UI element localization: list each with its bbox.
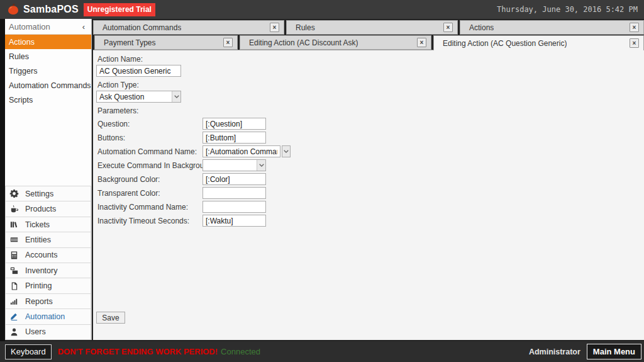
param-select[interactable] [203,159,266,171]
param-input[interactable] [203,173,266,185]
sidebar-item-actions[interactable]: Actions [5,35,91,49]
sidebar-item-scripts[interactable]: Scripts [5,93,91,107]
save-button[interactable]: Save [96,312,125,324]
user-icon [9,327,21,337]
sidebar-item-rules[interactable]: Rules [5,49,91,64]
tab-label: Editing Action (AC Discount Ask) [240,38,358,47]
sidebar-section-title: Automation [9,22,50,31]
tab-payment-types[interactable]: Payment Types× [94,35,238,50]
param-label: Automation Command Name: [97,147,197,156]
tab-label: Actions [460,23,494,32]
sidebar-item-triggers[interactable]: Triggers [5,64,91,78]
module-item-tickets[interactable]: Tickets [5,217,91,232]
tab-label: Payment Types [95,38,156,47]
work-period-warning: DON'T FORGET ENDING WORK PERIOD! [58,347,218,356]
param-row-transparent-color: Transparent Color: [93,186,408,200]
title-bar: SambaPOS Unregistered Trial Thursday, Ju… [0,0,644,19]
module-label: Printing [25,281,52,290]
sidebar-nav-list: ActionsRulesTriggersAutomation CommandsS… [5,35,91,107]
module-label: Products [25,205,56,213]
module-item-reports[interactable]: Reports [5,293,91,309]
close-icon[interactable]: × [443,23,453,32]
tab-label: Automation Commands [94,23,181,32]
tab-row-editors: Payment Types×Editing Action (AC Discoun… [94,35,644,50]
clock-text: Thursday, June 30, 2016 5:42 PM [497,5,638,14]
action-type-select[interactable]: Ask Question [96,91,181,103]
action-type-value: Ask Question [99,93,170,101]
module-label: Automation [25,312,65,321]
pencil-icon [9,312,21,321]
module-item-products[interactable]: Products [5,201,91,217]
param-label: Execute Command In Background: [97,161,214,170]
cup-icon [9,205,21,214]
chevron-down-icon[interactable] [282,145,291,157]
chevron-down-icon[interactable] [257,160,265,171]
status-bar: Keyboard DON'T FORGET ENDING WORK PERIOD… [0,341,644,362]
entities-icon [9,235,21,244]
keyboard-button[interactable]: Keyboard [5,344,52,359]
module-item-accounts[interactable]: Accounts [5,247,91,263]
tickets-icon [9,220,21,229]
param-row-inactivity-timeout-seconds: Inactivity Timeout Seconds: [93,214,408,228]
module-item-settings[interactable]: Settings [5,186,91,201]
close-icon[interactable]: × [630,23,639,32]
param-label: Background Color: [97,175,160,184]
param-input[interactable] [203,215,266,227]
parameters-label: Parameters: [97,106,138,115]
param-input[interactable] [203,118,266,130]
module-item-entities[interactable]: Entities [5,232,91,247]
sidebar-module-list: SettingsProductsTicketsEntitiesAccountsI… [5,186,91,340]
tab-label: Rules [287,23,315,32]
param-row-execute-command-in-background: Execute Command In Background: [93,159,408,173]
main-area: Automation Commands×Rules×Actions× Payme… [93,19,644,340]
param-row-question: Question: [93,117,408,131]
module-item-automation[interactable]: Automation [5,308,91,324]
tab-editing-action-ac-question-generic[interactable]: Editing Action (AC Question Generic)× [433,35,644,50]
param-label: Inactivity Command Name: [97,203,188,212]
action-type-label: Action Type: [97,81,139,89]
param-label: Inactivity Timeout Seconds: [97,217,189,225]
logged-in-user: Administrator [529,348,580,356]
main-menu-button[interactable]: Main Menu [587,344,641,359]
sidebar-section-header: Automation ‹ [5,19,91,35]
param-input[interactable] [203,201,266,213]
param-row-automation-command-name: Automation Command Name: [93,145,408,159]
tab-editing-action-ac-discount-ask[interactable]: Editing Action (AC Discount Ask)× [240,35,431,50]
param-label: Buttons: [97,133,125,142]
trial-badge: Unregistered Trial [84,3,155,16]
tab-actions[interactable]: Actions× [460,20,644,35]
module-label: Tickets [25,220,50,229]
module-item-users[interactable]: Users [5,324,91,340]
calculator-icon [9,251,21,260]
sidebar: Automation ‹ ActionsRulesTriggersAutomat… [5,19,92,340]
close-icon[interactable]: × [630,38,639,48]
module-item-inventory[interactable]: Inventory [5,263,91,278]
gear-icon [9,189,21,198]
module-label: Settings [25,189,53,198]
module-label: Accounts [25,251,57,259]
module-label: Users [25,327,46,336]
close-icon[interactable]: × [223,38,233,47]
tab-rules[interactable]: Rules× [286,20,458,35]
param-input[interactable] [203,187,266,199]
param-row-buttons: Buttons: [93,131,408,145]
action-name-label: Action Name: [97,55,143,64]
window-left-edge [0,19,5,341]
param-input[interactable] [203,132,266,144]
param-row-background-color: Background Color: [93,173,408,186]
action-name-input[interactable] [96,65,181,77]
chevron-down-icon[interactable] [172,91,180,102]
inventory-icon [9,266,21,275]
param-label: Transparent Color: [97,189,160,198]
param-combo-input[interactable] [203,145,280,157]
param-row-inactivity-command-name: Inactivity Command Name: [93,200,408,214]
collapse-chevron-icon[interactable]: ‹ [82,22,85,31]
module-label: Reports [25,297,53,306]
module-item-printing[interactable]: Printing [5,278,91,293]
close-icon[interactable]: × [270,23,279,32]
sidebar-item-automation-commands[interactable]: Automation Commands [5,78,91,93]
tab-automation-commands[interactable]: Automation Commands× [93,20,284,35]
app-title: SambaPOS [23,4,79,15]
close-icon[interactable]: × [417,38,426,47]
param-label: Question: [97,120,130,128]
